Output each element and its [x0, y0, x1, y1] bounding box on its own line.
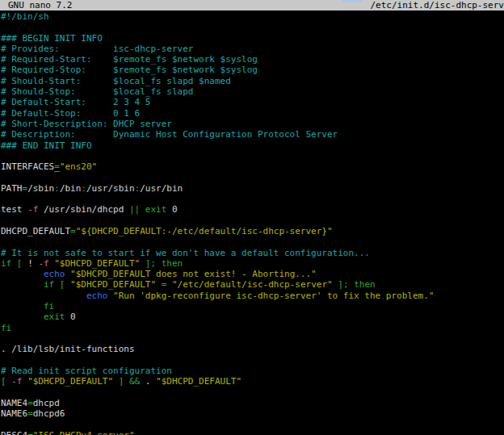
code-line: [1, 387, 504, 397]
code-line: # Required-Start: $remote_fs $network $s…: [1, 54, 504, 65]
code-line: # Required-Stop: $remote_fs $network $sy…: [1, 65, 504, 75]
code-segment: 0: [166, 204, 177, 215]
code-segment: [1, 291, 86, 301]
code-segment: # Default-Stop: 0 1 6: [1, 108, 140, 119]
code-line: [1, 419, 504, 429]
code-segment: "$DHCPD_DEFAULT does not exist! - Aborti…: [70, 269, 317, 279]
code-segment: /sbin: [27, 183, 54, 194]
code-line: #!/bin/sh: [1, 11, 504, 22]
code-line: # Default-Start: 2 3 4 5: [1, 97, 504, 107]
code-line: fi: [1, 323, 504, 333]
code-segment: "ens20": [60, 161, 97, 172]
code-line: exit 0: [1, 312, 504, 322]
code-segment: ] &&: [113, 376, 145, 387]
code-segment: test: [1, 204, 27, 215]
code-segment: :: [81, 183, 86, 194]
code-line: echo "Run 'dpkg-reconfigure isc-dhcp-ser…: [1, 291, 504, 301]
code-segment: ### BEGIN INIT INFO: [1, 33, 103, 44]
code-line: [1, 22, 504, 32]
code-segment: "Run 'dpkg-reconfigure isc-dhcp-server' …: [113, 291, 434, 301]
code-segment: fi: [1, 323, 11, 333]
code-line: DHCPD_DEFAULT="${DHCPD_DEFAULT:-/etc/def…: [1, 226, 504, 236]
code-segment: # Required-Stop: $remote_fs $network $sy…: [1, 65, 258, 75]
code-segment: PATH: [1, 183, 23, 194]
code-segment: [1, 269, 44, 279]
code-line: echo "$DHCPD_DEFAULT does not exist! - A…: [1, 269, 504, 279]
code-segment: # Description: Dynamic Host Configuratio…: [1, 129, 338, 140]
code-segment: DHCPD_DEFAULT: [1, 226, 70, 236]
code-segment: 0: [65, 312, 75, 322]
code-line: # Provides: isc-dhcp-server: [1, 44, 504, 54]
code-segment: DESC4: [1, 430, 27, 435]
code-segment: # Default-Start: 2 3 4 5: [1, 97, 150, 107]
code-line: [1, 194, 504, 204]
code-line: # Description: Dynamic Host Configuratio…: [1, 129, 504, 140]
code-segment: "$DHCPD_DEFAULT": [27, 376, 113, 387]
app-title: GNU nano 7.2: [0, 0, 72, 10]
code-segment: =: [27, 430, 33, 435]
code-segment: -f: [11, 376, 27, 387]
code-segment: ]; then: [140, 258, 183, 269]
code-segment: INTERFACES: [1, 161, 54, 172]
code-line: # Default-Stop: 0 1 6: [1, 108, 504, 119]
code-segment: /usr/sbin/dhcpd: [38, 204, 129, 215]
code-segment: "${DHCPD_DEFAULT:-/etc/default/isc-dhcp-…: [76, 226, 333, 236]
code-line: # Should-Start: $local_fs slapd $named: [1, 76, 504, 86]
code-segment: -f: [27, 204, 38, 215]
code-segment: # Short-Description: DHCP server: [1, 119, 172, 129]
code-line: # Short-Description: DHCP server: [1, 119, 504, 129]
code-segment: NAME6: [1, 408, 27, 419]
file-path: /etc/init.d/isc-dhcp-serv: [370, 0, 504, 10]
window-edge-artifact: [342, 0, 362, 2]
code-segment: =: [27, 398, 33, 408]
code-segment: "$DHCPD_DEFAULT": [156, 376, 242, 387]
code-segment: # Should-Stop: $local_fs slapd: [1, 86, 193, 97]
code-segment: [1, 279, 44, 290]
code-segment: -f: [38, 258, 54, 269]
code-line: [1, 172, 504, 182]
code-segment: . /lib/lsb/init-functions: [1, 344, 135, 354]
code-line: [1, 236, 504, 247]
code-segment: dhcpd: [33, 398, 60, 408]
code-line: # Read init script configuration: [1, 366, 504, 376]
code-line: [ -f "$DHCPD_DEFAULT" ] && . "$DHCPD_DEF…: [1, 376, 504, 387]
code-segment: NAME4: [1, 398, 27, 408]
code-segment: exit: [44, 312, 65, 322]
code-line: ### END INIT INFO: [1, 140, 504, 151]
code-line: DESC4="ISC DHCPv4 server": [1, 430, 504, 435]
code-line: test -f /usr/sbin/dhcpd || exit 0: [1, 204, 504, 215]
code-segment: echo: [44, 269, 70, 279]
code-line: ### BEGIN INIT INFO: [1, 33, 504, 44]
code-segment: =: [156, 279, 172, 290]
code-segment: =: [54, 161, 60, 172]
code-segment: if [: [44, 279, 70, 290]
code-segment: ### END INIT INFO: [1, 140, 92, 151]
code-line: [1, 151, 504, 161]
code-segment: # It is not safe to start if we don't ha…: [1, 248, 370, 258]
code-line: [1, 333, 504, 344]
code-line: PATH=/sbin:/bin:/usr/sbin:/usr/bin: [1, 183, 504, 194]
code-line: if [ "$DHCPD_DEFAULT" = "/etc/default/is…: [1, 279, 504, 290]
nano-title-bar: GNU nano 7.2 /etc/init.d/isc-dhcp-serv: [0, 0, 504, 10]
code-line: [1, 215, 504, 226]
code-segment: # Provides: isc-dhcp-server: [1, 44, 193, 54]
code-segment: [1, 312, 44, 322]
code-segment: [1, 301, 44, 312]
code-segment: || exit: [129, 204, 166, 215]
code-segment: # Should-Start: $local_fs slapd $named: [1, 76, 231, 86]
code-segment: =: [27, 408, 33, 419]
code-segment: :: [54, 183, 60, 194]
code-segment: # Read init script configuration: [1, 366, 172, 376]
code-segment: "$DHCPD_DEFAULT": [54, 258, 140, 269]
code-segment: =: [70, 226, 76, 236]
code-segment: dhcpd6: [33, 408, 65, 419]
code-line: [1, 355, 504, 366]
code-segment: echo: [86, 291, 113, 301]
code-segment: "$DHCPD_DEFAULT": [70, 279, 156, 290]
code-segment: if [: [1, 258, 27, 269]
code-line: INTERFACES="ens20": [1, 161, 504, 172]
code-segment: "ISC DHCPv4 server": [33, 430, 135, 435]
code-segment: /bin: [60, 183, 82, 194]
code-segment: .: [145, 376, 156, 387]
terminal-editor-area[interactable]: #!/bin/sh### BEGIN INIT INFO# Provides: …: [1, 11, 504, 435]
